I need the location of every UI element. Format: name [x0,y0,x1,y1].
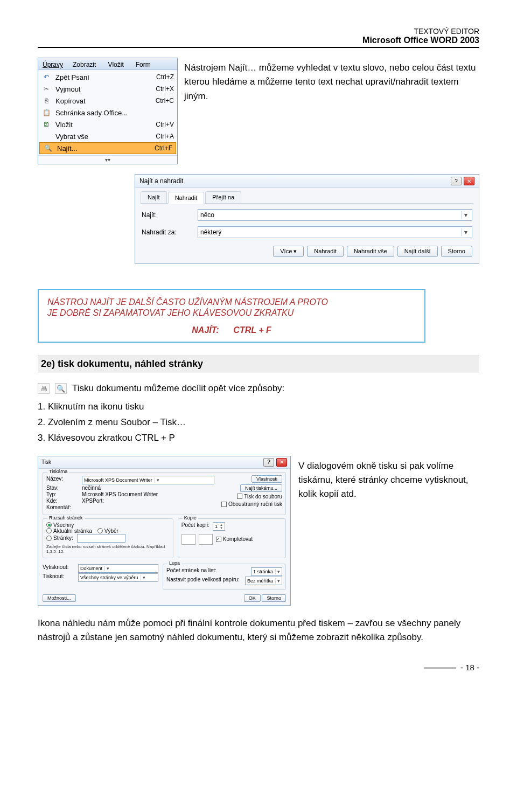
print-methods-list: 1. Kliknutím na ikonu tisku 2. Zvolením … [38,399,479,446]
more-button[interactable]: Více ▾ [273,246,304,257]
collate-icon [199,534,213,545]
menu-item-label: Schránka sady Office... [55,109,170,117]
label: Tisknout: [43,573,75,582]
find-label: Najít: [142,211,190,219]
replace-all-button[interactable]: Nahradit vše [347,246,394,257]
tip-shortcut-label: NAJÍT: [192,325,219,335]
find-next-button[interactable]: Najít další [397,246,438,257]
label: Vytisknout: [43,564,75,573]
printer-name-value: Microsoft XPS Document Writer [84,477,152,483]
dialog-tab-replace[interactable]: Nahradit [168,192,205,204]
replace-value: některý [200,228,461,236]
find-icon: 🔍 [43,143,53,153]
menu-tab[interactable]: Vložit [103,60,128,70]
menu-item-selectall[interactable]: Vybrat vše Ctrl+A [38,130,177,142]
menu-item-clipboard[interactable]: 📋 Schránka sady Office... [38,107,177,119]
find-input[interactable]: něco ▾ [198,209,472,221]
dialog-tab-goto[interactable]: Přejít na [205,191,241,203]
radio-label: Stránky: [53,535,73,541]
dialog-tab-find[interactable]: Najít [141,191,167,203]
checkbox-label: Tisk do souboru [244,494,282,499]
find-value: něco [200,211,461,219]
collate-icon [181,534,195,545]
menu-item-shortcut: Ctrl+C [156,97,174,105]
value: Všechny stránky ve výběru [80,575,138,580]
value: Microsoft XPS Document Writer [82,491,214,497]
menu-item-shortcut: Ctrl+Z [156,73,174,81]
close-button[interactable]: ✕ [276,458,287,467]
label: Název: [46,476,79,484]
duplex-check[interactable]: Oboustranný ruční tisk [221,501,282,507]
label: Nastavit podle velikosti papíru: [166,577,242,585]
ok-button[interactable]: OK [244,594,261,602]
replace-button[interactable]: Nahradit [307,246,344,257]
menu-item-label: Najít... [57,144,150,152]
dropdown-icon[interactable]: ▾ [461,228,470,236]
group-title: Rozsah stránek [47,515,85,520]
help-button[interactable]: ? [263,458,274,467]
tip-line2: JE DOBRÉ SI ZAPAMATOVAT JEHO KLÁVESOVOU … [47,308,416,318]
print-to-file-check[interactable]: Tisk do souboru [237,494,282,499]
replace-input[interactable]: některý ▾ [198,226,472,238]
checkbox-label: Oboustranný ruční tisk [228,501,282,507]
dropdown-icon[interactable]: ▾ [461,211,470,219]
print-dialog-title: Tisk [41,459,51,465]
menu-item-paste[interactable]: 🖺 Vložit Ctrl+V [38,119,177,130]
menu-item-undo[interactable]: ↶ Zpět Psaní Ctrl+Z [38,71,177,83]
print-what-select[interactable]: Dokument▾ [78,564,158,573]
options-button[interactable]: Možnosti... [43,594,76,602]
printer-group: Tiskárna Název: Microsoft XPS Document W… [43,472,286,515]
menu-item-find[interactable]: 🔍 Najít... Ctrl+F [39,142,176,154]
menu-expand-icon[interactable]: ▾▾ [38,155,177,164]
print-icon: 🖶 [38,383,50,394]
radio-label: Aktuální stránka [53,528,92,534]
scissors-icon: ✂ [41,84,51,94]
cancel-button[interactable]: Storno [441,246,472,257]
preview-icon: 🔍 [55,383,67,394]
find-printer-button[interactable]: Najít tiskárnu... [240,484,282,492]
label: Komentář: [46,504,79,510]
menu-item-copy[interactable]: ⎘ Kopírovat Ctrl+C [38,95,177,107]
close-button[interactable]: ✕ [464,177,474,185]
intro-paragraph: Nástrojem Najít… můžeme vyhledat v textu… [184,61,479,164]
page-bar-icon [424,667,456,669]
print-pages-select[interactable]: Všechny stránky ve výběru▾ [78,573,158,582]
menu-item-shortcut: Ctrl+X [156,85,174,93]
tip-line1: NÁSTROJ NAJÍT JE DALŠÍ ČASTO UŽÍVANÝM NÁ… [47,297,416,307]
checkbox-label: Kompletovat [223,536,253,542]
range-current-radio[interactable]: Aktuální stránka [46,528,92,534]
label: Počet stránek na list: [166,567,248,576]
label: Typ: [46,491,79,497]
copy-icon: ⎘ [41,96,51,106]
menu-tab[interactable]: Zobrazit [68,60,100,70]
radio-label: Všechny [53,522,74,528]
printer-name-select[interactable]: Microsoft XPS Document Writer ▾ [82,476,214,484]
group-title: Tiskárna [47,469,69,474]
dropdown-icon[interactable]: ▾ [155,477,159,483]
page-number: - 18 - [38,663,479,672]
menu-tab[interactable]: Form [131,60,155,70]
scale-group: Lupa Počet stránek na list: 1 stránka▾ N… [163,564,286,590]
range-selection-radio[interactable]: Výběr [97,528,118,534]
properties-button[interactable]: Vlastnosti [251,475,282,483]
menu-item-shortcut: Ctrl+A [156,133,174,140]
list-item: 1. Kliknutím na ikonu tisku [38,399,479,415]
range-pages-radio[interactable]: Stránky: [46,534,125,543]
scale-select[interactable]: Bez měřítka▾ [245,577,282,585]
copies-spinner[interactable]: 1▲▼ [213,522,225,531]
print-dialog: Tisk ? ✕ Tiskárna Název: Microsoft XPS D… [38,456,291,606]
range-all-radio[interactable]: Všechny [46,522,74,528]
radio-label: Výběr [104,528,118,534]
pages-per-sheet-select[interactable]: 1 stránka▾ [251,567,282,576]
menu-tab[interactable]: Úpravy [40,60,65,70]
menu-item-label: Kopírovat [55,97,151,105]
side-paragraph: V dialogovém okně tisku si pak volíme ti… [298,459,479,502]
cancel-button[interactable]: Storno [262,594,286,602]
help-button[interactable]: ? [451,177,462,185]
clipboard-icon: 📋 [41,108,51,117]
collate-check[interactable]: ✓Kompletovat [216,536,253,542]
menu-item-cut[interactable]: ✂ Vyjmout Ctrl+X [38,83,177,95]
pages-input[interactable] [77,534,125,543]
menu-item-label: Zpět Psaní [55,73,152,81]
list-item: 2. Zvolením z menu Soubor – Tisk… [38,415,479,431]
